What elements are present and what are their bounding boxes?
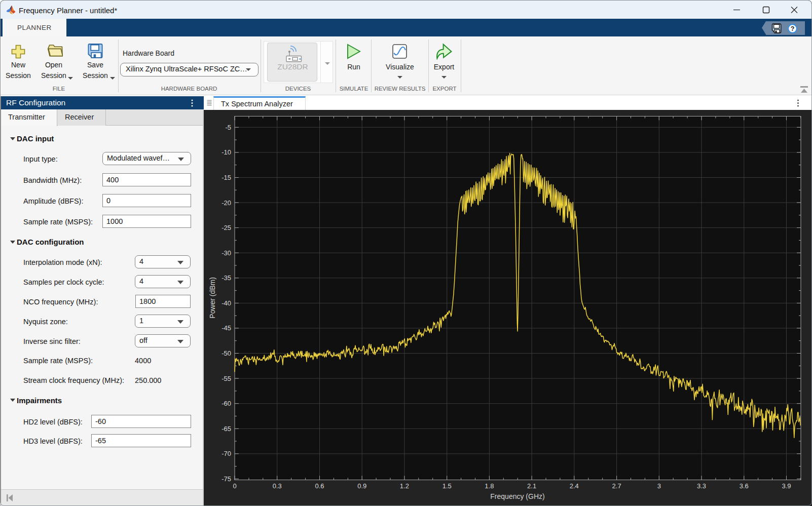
svg-text:Frequency (GHz): Frequency (GHz) bbox=[490, 492, 544, 500]
svg-text:-50: -50 bbox=[222, 349, 231, 357]
svg-text:?: ? bbox=[791, 25, 795, 32]
svg-text:3.9: 3.9 bbox=[782, 482, 791, 490]
svg-text:-45: -45 bbox=[222, 324, 231, 332]
svg-text:1.8: 1.8 bbox=[485, 482, 494, 490]
svg-text:-40: -40 bbox=[222, 299, 231, 307]
svg-text:0.9: 0.9 bbox=[357, 482, 366, 490]
svg-text:0.6: 0.6 bbox=[315, 482, 324, 490]
svg-text:-60: -60 bbox=[222, 400, 231, 407]
svg-text:-35: -35 bbox=[222, 274, 231, 282]
svg-text:-15: -15 bbox=[222, 174, 231, 181]
svg-text:2.4: 2.4 bbox=[570, 482, 579, 490]
svg-text:0: 0 bbox=[233, 482, 236, 490]
svg-text:-75: -75 bbox=[222, 475, 231, 483]
svg-text:-55: -55 bbox=[222, 375, 231, 382]
svg-text:-10: -10 bbox=[222, 148, 231, 156]
svg-text:0.3: 0.3 bbox=[273, 482, 282, 490]
svg-text:-20: -20 bbox=[222, 199, 231, 207]
svg-text:-30: -30 bbox=[222, 249, 231, 257]
svg-text:1.5: 1.5 bbox=[442, 482, 452, 490]
svg-text:-5: -5 bbox=[225, 124, 231, 131]
svg-text:Power (dBm): Power (dBm) bbox=[208, 277, 216, 319]
svg-text:3.6: 3.6 bbox=[740, 482, 749, 490]
svg-text:3.3: 3.3 bbox=[697, 482, 706, 490]
svg-text:2.7: 2.7 bbox=[612, 482, 621, 490]
svg-text:-65: -65 bbox=[222, 425, 231, 433]
svg-text:-70: -70 bbox=[222, 450, 231, 457]
svg-text:3: 3 bbox=[657, 482, 661, 490]
svg-text:2.1: 2.1 bbox=[527, 482, 536, 490]
svg-text:-25: -25 bbox=[222, 224, 231, 231]
svg-text:1.2: 1.2 bbox=[400, 482, 409, 490]
